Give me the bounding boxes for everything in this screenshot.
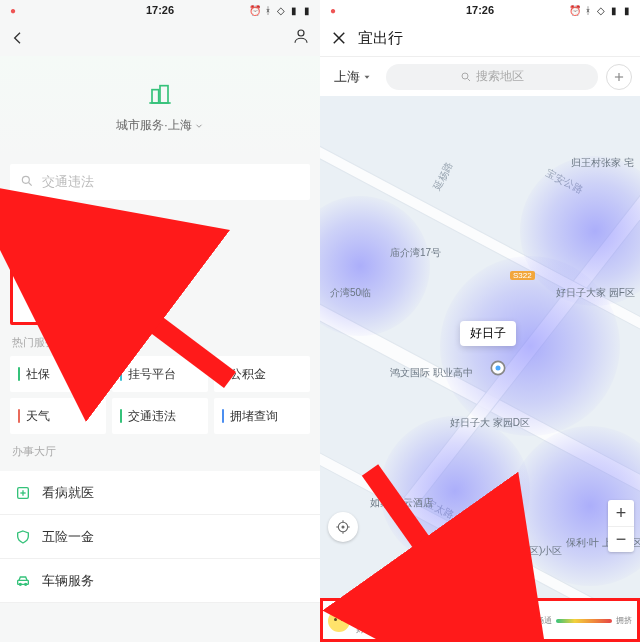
status-tag: 畅通 xyxy=(432,607,458,622)
hot-item[interactable]: 交通违法 xyxy=(112,398,208,434)
status-bar: ● 17:26 ⏰ ᚼ ◇ ▮ ▮ xyxy=(0,0,320,20)
density-legend: 畅通 拥挤 xyxy=(536,615,632,626)
medical-icon xyxy=(14,484,32,502)
hot-item[interactable]: 社保 xyxy=(10,356,106,392)
add-button[interactable] xyxy=(606,64,632,90)
tile-label: 城市热力图 xyxy=(30,297,80,309)
road-label: 宝安公路 xyxy=(543,166,585,197)
road-label: 延杨路 xyxy=(430,160,456,193)
page-title: 宜出行 xyxy=(358,29,403,48)
density-banner[interactable]: 目前区域人数 畅通 好日子大家园D区 畅通 拥挤 xyxy=(320,598,640,642)
search-placeholder: 交通违法 xyxy=(42,173,94,191)
location-pin-icon xyxy=(488,358,508,378)
svg-point-21 xyxy=(496,366,501,371)
shield-icon xyxy=(14,528,32,546)
wifi-icon: ◇ xyxy=(596,5,606,15)
nav-bar xyxy=(0,20,320,56)
map-poi: 介湾50临 xyxy=(330,286,371,300)
bluetooth-icon: ᚼ xyxy=(263,5,273,15)
map-tooltip[interactable]: 好日子 xyxy=(460,321,516,346)
hall-item-insurance[interactable]: 五险一金 xyxy=(0,515,320,559)
map-poi: 归王村张家 宅 xyxy=(571,156,634,170)
alarm-icon: ⏰ xyxy=(570,5,580,15)
battery-icon: ▮ xyxy=(622,5,632,15)
recording-indicator-icon: ● xyxy=(8,5,18,15)
hot-item[interactable]: 拥堵查询 xyxy=(214,398,310,434)
signal-icon: ▮ xyxy=(289,5,299,15)
hot-item[interactable]: 天气 xyxy=(10,398,106,434)
chevron-down-icon xyxy=(194,120,204,130)
section-hall-title: 办事大厅 xyxy=(0,434,320,465)
banner-subtitle: 好日子大家园D区 xyxy=(356,623,458,636)
city-dropdown[interactable]: 上海 xyxy=(328,64,378,90)
banner-title: 目前区域人数 xyxy=(356,606,428,623)
signal-icon: ▮ xyxy=(609,5,619,15)
svg-point-4 xyxy=(22,176,29,183)
wechat-city-services-screen: ● 17:26 ⏰ ᚼ ◇ ▮ ▮ 城市服务·上海 xyxy=(0,0,320,642)
section-frequent-title: 常用服务 xyxy=(0,208,320,239)
zoom-in-button[interactable]: + xyxy=(608,500,634,526)
smile-icon xyxy=(328,610,350,632)
section-hot-title: 热门服务 xyxy=(0,325,320,356)
svg-point-16 xyxy=(462,73,468,79)
city-selector[interactable]: 城市服务·上海 xyxy=(116,117,203,134)
svg-line-5 xyxy=(29,182,32,185)
hall-item-vehicle[interactable]: 车辆服务 xyxy=(0,559,320,603)
search-input[interactable]: 交通违法 xyxy=(10,164,310,200)
map-poi: 鸿文国际 职业高中 xyxy=(390,366,473,380)
locate-button[interactable] xyxy=(328,512,358,542)
close-icon[interactable] xyxy=(330,29,348,47)
map-poi: 好日子大 家园D区 xyxy=(450,416,530,430)
map-poi: 好日子大家 园F区 xyxy=(556,286,635,300)
zoom-out-button[interactable]: − xyxy=(608,526,634,552)
map-canvas[interactable]: 宝安公路 延杨路 宝太路 庙介湾17号 介湾50临 鸿文国际 职业高中 好日子大… xyxy=(320,96,640,642)
car-icon xyxy=(14,572,32,590)
recording-indicator-icon: ● xyxy=(328,5,338,15)
hot-item[interactable]: 挂号平台 xyxy=(112,356,208,392)
hot-item[interactable]: 公积金 xyxy=(214,356,310,392)
city-label: 城市服务·上海 xyxy=(116,117,191,134)
map-poi: 如家派 云酒店 xyxy=(370,496,433,510)
svg-point-23 xyxy=(342,526,344,528)
zoom-control: + − xyxy=(608,500,634,552)
svg-line-17 xyxy=(468,78,471,81)
wifi-icon: ◇ xyxy=(276,5,286,15)
svg-point-0 xyxy=(298,30,304,36)
svg-rect-1 xyxy=(152,89,159,102)
hot-grid: 社保 挂号平台 公积金 天气 交通违法 拥堵查询 xyxy=(0,356,320,434)
search-icon xyxy=(20,174,34,191)
map-poi: 保利·叶上海 (西区)小区 xyxy=(460,544,562,558)
hero: 城市服务·上海 xyxy=(0,56,320,156)
status-right-icons: ⏰ ᚼ ◇ ▮ ▮ xyxy=(250,5,312,15)
hall-item-medical[interactable]: 看病就医 xyxy=(0,471,320,515)
title-bar: 宜出行 xyxy=(320,20,640,56)
heatmap-icon xyxy=(37,255,73,291)
status-right-icons: ⏰ ᚼ ◇ ▮ ▮ xyxy=(570,5,632,15)
tile-city-heatmap[interactable]: 城市热力图 xyxy=(10,239,100,325)
map-poi: 庙介湾17号 xyxy=(390,246,441,260)
route-badge: S322 xyxy=(510,271,535,280)
battery-icon: ▮ xyxy=(302,5,312,15)
yichuxing-map-screen: ● 17:26 ⏰ ᚼ ◇ ▮ ▮ 宜出行 上海 搜索地区 xyxy=(320,0,640,642)
search-row: 上海 搜索地区 xyxy=(320,56,640,96)
svg-marker-15 xyxy=(365,75,370,78)
svg-rect-2 xyxy=(160,85,168,102)
status-bar: ● 17:26 ⏰ ᚼ ◇ ▮ ▮ xyxy=(320,0,640,20)
hall-list: 看病就医 五险一金 车辆服务 xyxy=(0,471,320,603)
back-icon[interactable] xyxy=(10,30,26,46)
svg-point-6 xyxy=(53,271,58,276)
map-search-input[interactable]: 搜索地区 xyxy=(386,64,598,90)
profile-icon[interactable] xyxy=(292,27,310,49)
bluetooth-icon: ᚼ xyxy=(583,5,593,15)
search-placeholder: 搜索地区 xyxy=(476,68,524,85)
city-icon xyxy=(144,79,176,111)
alarm-icon: ⏰ xyxy=(250,5,260,15)
